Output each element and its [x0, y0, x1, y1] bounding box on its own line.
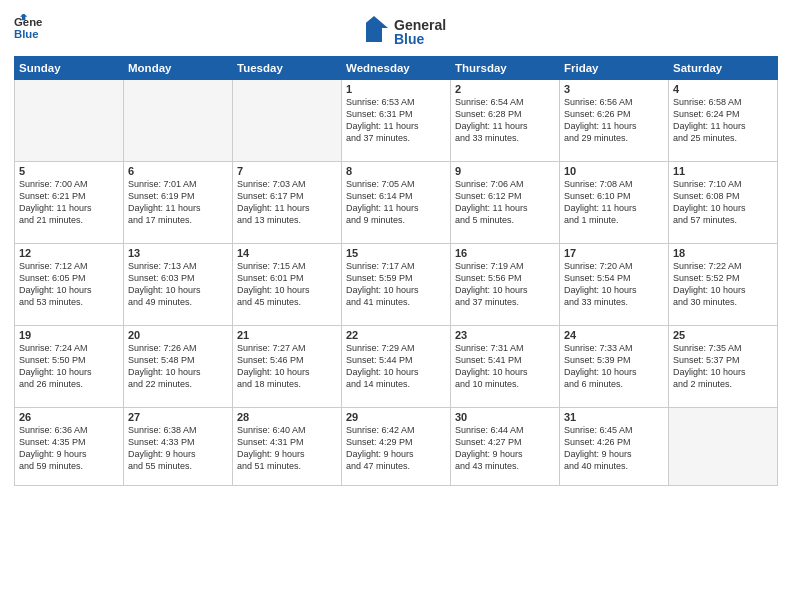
calendar-cell: 3Sunrise: 6:56 AM Sunset: 6:26 PM Daylig…	[560, 80, 669, 162]
calendar-cell: 29Sunrise: 6:42 AM Sunset: 4:29 PM Dayli…	[342, 408, 451, 486]
calendar-cell: 21Sunrise: 7:27 AM Sunset: 5:46 PM Dayli…	[233, 326, 342, 408]
day-number: 9	[455, 165, 555, 177]
calendar-row-4: 19Sunrise: 7:24 AM Sunset: 5:50 PM Dayli…	[15, 326, 778, 408]
cell-info: Sunrise: 6:45 AM Sunset: 4:26 PM Dayligh…	[564, 424, 664, 473]
header-row: SundayMondayTuesdayWednesdayThursdayFrid…	[15, 57, 778, 80]
calendar-cell	[124, 80, 233, 162]
cell-info: Sunrise: 7:22 AM Sunset: 5:52 PM Dayligh…	[673, 260, 773, 309]
day-number: 24	[564, 329, 664, 341]
cell-info: Sunrise: 6:56 AM Sunset: 6:26 PM Dayligh…	[564, 96, 664, 145]
calendar-cell: 12Sunrise: 7:12 AM Sunset: 6:05 PM Dayli…	[15, 244, 124, 326]
cell-info: Sunrise: 7:19 AM Sunset: 5:56 PM Dayligh…	[455, 260, 555, 309]
calendar-cell: 28Sunrise: 6:40 AM Sunset: 4:31 PM Dayli…	[233, 408, 342, 486]
cell-info: Sunrise: 7:27 AM Sunset: 5:46 PM Dayligh…	[237, 342, 337, 391]
day-number: 5	[19, 165, 119, 177]
day-number: 8	[346, 165, 446, 177]
calendar-cell: 10Sunrise: 7:08 AM Sunset: 6:10 PM Dayli…	[560, 162, 669, 244]
calendar-cell: 18Sunrise: 7:22 AM Sunset: 5:52 PM Dayli…	[669, 244, 778, 326]
day-number: 29	[346, 411, 446, 423]
logo-svg: General Blue	[366, 14, 456, 50]
svg-text:General: General	[14, 16, 42, 28]
day-number: 25	[673, 329, 773, 341]
weekday-header-saturday: Saturday	[669, 57, 778, 80]
cell-info: Sunrise: 7:15 AM Sunset: 6:01 PM Dayligh…	[237, 260, 337, 309]
cell-info: Sunrise: 7:20 AM Sunset: 5:54 PM Dayligh…	[564, 260, 664, 309]
calendar-table: SundayMondayTuesdayWednesdayThursdayFrid…	[14, 56, 778, 486]
calendar-row-2: 5Sunrise: 7:00 AM Sunset: 6:21 PM Daylig…	[15, 162, 778, 244]
calendar-cell: 8Sunrise: 7:05 AM Sunset: 6:14 PM Daylig…	[342, 162, 451, 244]
cell-info: Sunrise: 6:53 AM Sunset: 6:31 PM Dayligh…	[346, 96, 446, 145]
logo: General Blue	[14, 14, 44, 42]
day-number: 22	[346, 329, 446, 341]
header: General Blue General Blue	[14, 10, 778, 50]
cell-info: Sunrise: 7:12 AM Sunset: 6:05 PM Dayligh…	[19, 260, 119, 309]
calendar-cell	[233, 80, 342, 162]
calendar-cell: 11Sunrise: 7:10 AM Sunset: 6:08 PM Dayli…	[669, 162, 778, 244]
cell-info: Sunrise: 7:08 AM Sunset: 6:10 PM Dayligh…	[564, 178, 664, 227]
day-number: 15	[346, 247, 446, 259]
calendar-cell: 7Sunrise: 7:03 AM Sunset: 6:17 PM Daylig…	[233, 162, 342, 244]
day-number: 10	[564, 165, 664, 177]
calendar-cell: 27Sunrise: 6:38 AM Sunset: 4:33 PM Dayli…	[124, 408, 233, 486]
svg-marker-5	[366, 16, 388, 42]
day-number: 12	[19, 247, 119, 259]
day-number: 14	[237, 247, 337, 259]
day-number: 30	[455, 411, 555, 423]
day-number: 16	[455, 247, 555, 259]
calendar-cell: 26Sunrise: 6:36 AM Sunset: 4:35 PM Dayli…	[15, 408, 124, 486]
cell-info: Sunrise: 7:31 AM Sunset: 5:41 PM Dayligh…	[455, 342, 555, 391]
cell-info: Sunrise: 7:00 AM Sunset: 6:21 PM Dayligh…	[19, 178, 119, 227]
svg-text:Blue: Blue	[14, 28, 39, 40]
cell-info: Sunrise: 6:40 AM Sunset: 4:31 PM Dayligh…	[237, 424, 337, 473]
cell-info: Sunrise: 6:54 AM Sunset: 6:28 PM Dayligh…	[455, 96, 555, 145]
cell-info: Sunrise: 7:10 AM Sunset: 6:08 PM Dayligh…	[673, 178, 773, 227]
page-container: General Blue General Blue SundayMondayTu…	[0, 0, 792, 612]
day-number: 28	[237, 411, 337, 423]
day-number: 18	[673, 247, 773, 259]
day-number: 31	[564, 411, 664, 423]
calendar-cell: 1Sunrise: 6:53 AM Sunset: 6:31 PM Daylig…	[342, 80, 451, 162]
calendar-row-3: 12Sunrise: 7:12 AM Sunset: 6:05 PM Dayli…	[15, 244, 778, 326]
calendar-cell: 17Sunrise: 7:20 AM Sunset: 5:54 PM Dayli…	[560, 244, 669, 326]
day-number: 23	[455, 329, 555, 341]
cell-info: Sunrise: 7:35 AM Sunset: 5:37 PM Dayligh…	[673, 342, 773, 391]
day-number: 21	[237, 329, 337, 341]
calendar-cell: 23Sunrise: 7:31 AM Sunset: 5:41 PM Dayli…	[451, 326, 560, 408]
calendar-row-1: 1Sunrise: 6:53 AM Sunset: 6:31 PM Daylig…	[15, 80, 778, 162]
day-number: 4	[673, 83, 773, 95]
weekday-header-thursday: Thursday	[451, 57, 560, 80]
cell-info: Sunrise: 7:24 AM Sunset: 5:50 PM Dayligh…	[19, 342, 119, 391]
calendar-cell: 15Sunrise: 7:17 AM Sunset: 5:59 PM Dayli…	[342, 244, 451, 326]
day-number: 2	[455, 83, 555, 95]
calendar-cell	[15, 80, 124, 162]
calendar-cell: 14Sunrise: 7:15 AM Sunset: 6:01 PM Dayli…	[233, 244, 342, 326]
day-number: 13	[128, 247, 228, 259]
weekday-header-tuesday: Tuesday	[233, 57, 342, 80]
day-number: 20	[128, 329, 228, 341]
day-number: 26	[19, 411, 119, 423]
cell-info: Sunrise: 7:33 AM Sunset: 5:39 PM Dayligh…	[564, 342, 664, 391]
calendar-cell: 19Sunrise: 7:24 AM Sunset: 5:50 PM Dayli…	[15, 326, 124, 408]
calendar-cell: 6Sunrise: 7:01 AM Sunset: 6:19 PM Daylig…	[124, 162, 233, 244]
cell-info: Sunrise: 7:17 AM Sunset: 5:59 PM Dayligh…	[346, 260, 446, 309]
cell-info: Sunrise: 6:42 AM Sunset: 4:29 PM Dayligh…	[346, 424, 446, 473]
cell-info: Sunrise: 6:36 AM Sunset: 4:35 PM Dayligh…	[19, 424, 119, 473]
calendar-cell: 16Sunrise: 7:19 AM Sunset: 5:56 PM Dayli…	[451, 244, 560, 326]
cell-info: Sunrise: 7:26 AM Sunset: 5:48 PM Dayligh…	[128, 342, 228, 391]
calendar-cell: 2Sunrise: 6:54 AM Sunset: 6:28 PM Daylig…	[451, 80, 560, 162]
cell-info: Sunrise: 6:58 AM Sunset: 6:24 PM Dayligh…	[673, 96, 773, 145]
weekday-header-sunday: Sunday	[15, 57, 124, 80]
weekday-header-monday: Monday	[124, 57, 233, 80]
day-number: 3	[564, 83, 664, 95]
svg-text:Blue: Blue	[394, 31, 425, 47]
logo-text-block: General Blue	[366, 14, 456, 50]
cell-info: Sunrise: 7:29 AM Sunset: 5:44 PM Dayligh…	[346, 342, 446, 391]
calendar-cell: 30Sunrise: 6:44 AM Sunset: 4:27 PM Dayli…	[451, 408, 560, 486]
calendar-cell	[669, 408, 778, 486]
calendar-row-5: 26Sunrise: 6:36 AM Sunset: 4:35 PM Dayli…	[15, 408, 778, 486]
cell-info: Sunrise: 7:01 AM Sunset: 6:19 PM Dayligh…	[128, 178, 228, 227]
day-number: 1	[346, 83, 446, 95]
weekday-header-friday: Friday	[560, 57, 669, 80]
cell-info: Sunrise: 7:13 AM Sunset: 6:03 PM Dayligh…	[128, 260, 228, 309]
day-number: 17	[564, 247, 664, 259]
